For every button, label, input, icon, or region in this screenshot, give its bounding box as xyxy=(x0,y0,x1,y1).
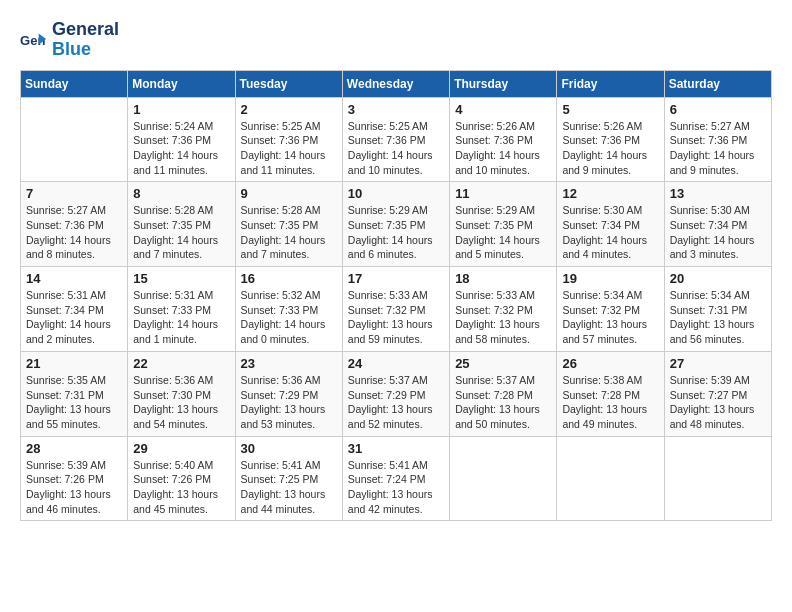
calendar-cell xyxy=(664,436,771,521)
day-number: 16 xyxy=(241,271,337,286)
day-info: Sunrise: 5:24 AM Sunset: 7:36 PM Dayligh… xyxy=(133,119,229,178)
day-number: 24 xyxy=(348,356,444,371)
page-header: Gen General Blue xyxy=(20,20,772,60)
day-number: 15 xyxy=(133,271,229,286)
day-number: 8 xyxy=(133,186,229,201)
day-number: 12 xyxy=(562,186,658,201)
day-info: Sunrise: 5:27 AM Sunset: 7:36 PM Dayligh… xyxy=(670,119,766,178)
day-header-friday: Friday xyxy=(557,70,664,97)
day-info: Sunrise: 5:29 AM Sunset: 7:35 PM Dayligh… xyxy=(348,203,444,262)
day-number: 18 xyxy=(455,271,551,286)
calendar-cell: 24Sunrise: 5:37 AM Sunset: 7:29 PM Dayli… xyxy=(342,351,449,436)
day-info: Sunrise: 5:39 AM Sunset: 7:27 PM Dayligh… xyxy=(670,373,766,432)
calendar-cell: 12Sunrise: 5:30 AM Sunset: 7:34 PM Dayli… xyxy=(557,182,664,267)
day-number: 7 xyxy=(26,186,122,201)
calendar-cell: 14Sunrise: 5:31 AM Sunset: 7:34 PM Dayli… xyxy=(21,267,128,352)
day-info: Sunrise: 5:30 AM Sunset: 7:34 PM Dayligh… xyxy=(670,203,766,262)
day-info: Sunrise: 5:31 AM Sunset: 7:33 PM Dayligh… xyxy=(133,288,229,347)
day-number: 17 xyxy=(348,271,444,286)
day-info: Sunrise: 5:38 AM Sunset: 7:28 PM Dayligh… xyxy=(562,373,658,432)
day-info: Sunrise: 5:30 AM Sunset: 7:34 PM Dayligh… xyxy=(562,203,658,262)
day-number: 22 xyxy=(133,356,229,371)
calendar-cell: 28Sunrise: 5:39 AM Sunset: 7:26 PM Dayli… xyxy=(21,436,128,521)
calendar-header-row: SundayMondayTuesdayWednesdayThursdayFrid… xyxy=(21,70,772,97)
day-number: 20 xyxy=(670,271,766,286)
day-info: Sunrise: 5:41 AM Sunset: 7:25 PM Dayligh… xyxy=(241,458,337,517)
day-info: Sunrise: 5:29 AM Sunset: 7:35 PM Dayligh… xyxy=(455,203,551,262)
day-number: 2 xyxy=(241,102,337,117)
calendar-week-row: 7Sunrise: 5:27 AM Sunset: 7:36 PM Daylig… xyxy=(21,182,772,267)
day-info: Sunrise: 5:39 AM Sunset: 7:26 PM Dayligh… xyxy=(26,458,122,517)
day-info: Sunrise: 5:26 AM Sunset: 7:36 PM Dayligh… xyxy=(455,119,551,178)
day-number: 3 xyxy=(348,102,444,117)
day-info: Sunrise: 5:32 AM Sunset: 7:33 PM Dayligh… xyxy=(241,288,337,347)
day-info: Sunrise: 5:28 AM Sunset: 7:35 PM Dayligh… xyxy=(133,203,229,262)
logo-icon: Gen xyxy=(20,26,48,54)
day-header-saturday: Saturday xyxy=(664,70,771,97)
calendar-week-row: 21Sunrise: 5:35 AM Sunset: 7:31 PM Dayli… xyxy=(21,351,772,436)
day-info: Sunrise: 5:33 AM Sunset: 7:32 PM Dayligh… xyxy=(348,288,444,347)
day-info: Sunrise: 5:37 AM Sunset: 7:29 PM Dayligh… xyxy=(348,373,444,432)
day-info: Sunrise: 5:35 AM Sunset: 7:31 PM Dayligh… xyxy=(26,373,122,432)
logo-text-general: General xyxy=(52,20,119,40)
day-number: 31 xyxy=(348,441,444,456)
day-number: 1 xyxy=(133,102,229,117)
calendar-cell: 18Sunrise: 5:33 AM Sunset: 7:32 PM Dayli… xyxy=(450,267,557,352)
calendar-cell: 17Sunrise: 5:33 AM Sunset: 7:32 PM Dayli… xyxy=(342,267,449,352)
calendar-cell: 5Sunrise: 5:26 AM Sunset: 7:36 PM Daylig… xyxy=(557,97,664,182)
day-header-thursday: Thursday xyxy=(450,70,557,97)
day-info: Sunrise: 5:36 AM Sunset: 7:29 PM Dayligh… xyxy=(241,373,337,432)
day-info: Sunrise: 5:37 AM Sunset: 7:28 PM Dayligh… xyxy=(455,373,551,432)
day-info: Sunrise: 5:25 AM Sunset: 7:36 PM Dayligh… xyxy=(241,119,337,178)
calendar-cell: 9Sunrise: 5:28 AM Sunset: 7:35 PM Daylig… xyxy=(235,182,342,267)
calendar-cell: 30Sunrise: 5:41 AM Sunset: 7:25 PM Dayli… xyxy=(235,436,342,521)
day-number: 4 xyxy=(455,102,551,117)
calendar-week-row: 14Sunrise: 5:31 AM Sunset: 7:34 PM Dayli… xyxy=(21,267,772,352)
day-header-wednesday: Wednesday xyxy=(342,70,449,97)
day-info: Sunrise: 5:26 AM Sunset: 7:36 PM Dayligh… xyxy=(562,119,658,178)
day-info: Sunrise: 5:40 AM Sunset: 7:26 PM Dayligh… xyxy=(133,458,229,517)
calendar-cell: 11Sunrise: 5:29 AM Sunset: 7:35 PM Dayli… xyxy=(450,182,557,267)
day-info: Sunrise: 5:25 AM Sunset: 7:36 PM Dayligh… xyxy=(348,119,444,178)
calendar-cell: 4Sunrise: 5:26 AM Sunset: 7:36 PM Daylig… xyxy=(450,97,557,182)
calendar-cell: 22Sunrise: 5:36 AM Sunset: 7:30 PM Dayli… xyxy=(128,351,235,436)
calendar-cell: 16Sunrise: 5:32 AM Sunset: 7:33 PM Dayli… xyxy=(235,267,342,352)
day-info: Sunrise: 5:31 AM Sunset: 7:34 PM Dayligh… xyxy=(26,288,122,347)
calendar-cell: 31Sunrise: 5:41 AM Sunset: 7:24 PM Dayli… xyxy=(342,436,449,521)
calendar-cell: 20Sunrise: 5:34 AM Sunset: 7:31 PM Dayli… xyxy=(664,267,771,352)
day-info: Sunrise: 5:27 AM Sunset: 7:36 PM Dayligh… xyxy=(26,203,122,262)
day-number: 26 xyxy=(562,356,658,371)
day-header-monday: Monday xyxy=(128,70,235,97)
calendar-cell: 25Sunrise: 5:37 AM Sunset: 7:28 PM Dayli… xyxy=(450,351,557,436)
day-number: 14 xyxy=(26,271,122,286)
day-number: 6 xyxy=(670,102,766,117)
calendar-cell: 10Sunrise: 5:29 AM Sunset: 7:35 PM Dayli… xyxy=(342,182,449,267)
calendar-cell: 15Sunrise: 5:31 AM Sunset: 7:33 PM Dayli… xyxy=(128,267,235,352)
calendar-cell: 6Sunrise: 5:27 AM Sunset: 7:36 PM Daylig… xyxy=(664,97,771,182)
day-info: Sunrise: 5:28 AM Sunset: 7:35 PM Dayligh… xyxy=(241,203,337,262)
calendar-cell: 21Sunrise: 5:35 AM Sunset: 7:31 PM Dayli… xyxy=(21,351,128,436)
day-number: 11 xyxy=(455,186,551,201)
day-info: Sunrise: 5:36 AM Sunset: 7:30 PM Dayligh… xyxy=(133,373,229,432)
calendar-cell xyxy=(21,97,128,182)
day-number: 5 xyxy=(562,102,658,117)
day-number: 19 xyxy=(562,271,658,286)
calendar-week-row: 28Sunrise: 5:39 AM Sunset: 7:26 PM Dayli… xyxy=(21,436,772,521)
calendar-table: SundayMondayTuesdayWednesdayThursdayFrid… xyxy=(20,70,772,522)
day-info: Sunrise: 5:41 AM Sunset: 7:24 PM Dayligh… xyxy=(348,458,444,517)
calendar-cell: 2Sunrise: 5:25 AM Sunset: 7:36 PM Daylig… xyxy=(235,97,342,182)
day-number: 30 xyxy=(241,441,337,456)
calendar-cell: 8Sunrise: 5:28 AM Sunset: 7:35 PM Daylig… xyxy=(128,182,235,267)
calendar-cell: 27Sunrise: 5:39 AM Sunset: 7:27 PM Dayli… xyxy=(664,351,771,436)
day-number: 9 xyxy=(241,186,337,201)
day-info: Sunrise: 5:34 AM Sunset: 7:31 PM Dayligh… xyxy=(670,288,766,347)
day-info: Sunrise: 5:33 AM Sunset: 7:32 PM Dayligh… xyxy=(455,288,551,347)
calendar-cell xyxy=(557,436,664,521)
calendar-cell: 23Sunrise: 5:36 AM Sunset: 7:29 PM Dayli… xyxy=(235,351,342,436)
day-number: 23 xyxy=(241,356,337,371)
calendar-cell: 1Sunrise: 5:24 AM Sunset: 7:36 PM Daylig… xyxy=(128,97,235,182)
day-info: Sunrise: 5:34 AM Sunset: 7:32 PM Dayligh… xyxy=(562,288,658,347)
calendar-cell xyxy=(450,436,557,521)
calendar-cell: 3Sunrise: 5:25 AM Sunset: 7:36 PM Daylig… xyxy=(342,97,449,182)
logo-text-blue: Blue xyxy=(52,40,119,60)
